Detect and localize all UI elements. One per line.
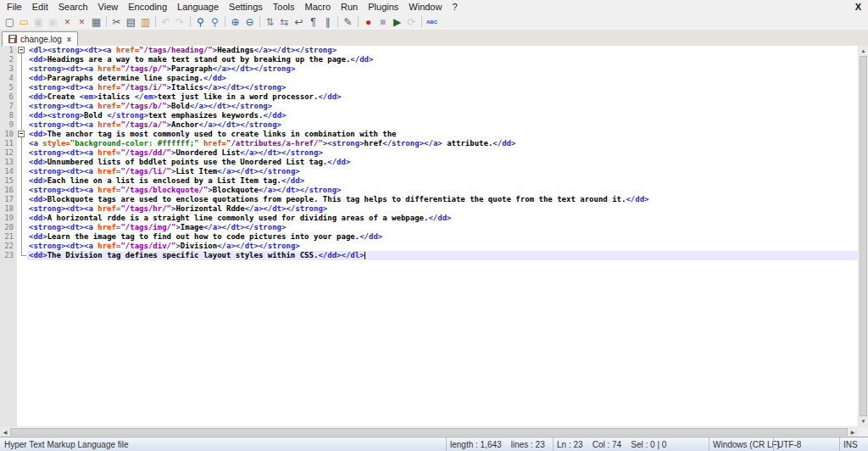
menu-settings[interactable]: Settings	[224, 2, 268, 12]
menu-tools[interactable]: Tools	[268, 2, 300, 12]
tab-close-icon[interactable]: x	[67, 35, 71, 43]
menu-plugins[interactable]: Plugins	[363, 2, 403, 12]
code-line-20[interactable]: <strong><dt><a href="/tags/img/">Image</…	[27, 223, 858, 232]
playback-macro-button[interactable]: ▶	[390, 14, 404, 29]
menu-file[interactable]: File	[2, 2, 27, 12]
show-all-characters-button[interactable]: ¶	[306, 14, 320, 29]
code-line-22[interactable]: <strong><dt><a href="/tags/div/">Divisio…	[27, 242, 858, 251]
code-line-2[interactable]: <dd>Headings are a way to make text stan…	[27, 55, 858, 64]
scroll-up-arrow-icon[interactable]: ▲	[859, 46, 868, 56]
find-button[interactable]: ⚲	[193, 14, 208, 29]
indent-guide-button[interactable]: ∥	[320, 14, 335, 29]
code-line-11[interactable]: <a style="background-color: #ffffff;" hr…	[27, 139, 858, 148]
code-line-21[interactable]: <dd>Learn the image tag to find out how …	[27, 232, 858, 242]
horizontal-scroll-thumb[interactable]	[10, 428, 848, 436]
line-number: 21	[0, 232, 17, 242]
scroll-right-arrow-icon[interactable]: ▶	[848, 427, 858, 437]
menu-view[interactable]: View	[93, 2, 124, 12]
code-line-14[interactable]: <strong><dt><a href="/tags/li/">List Ite…	[27, 167, 858, 176]
code-line-17[interactable]: <dd>Blockquote tags are used to enclose …	[27, 195, 858, 204]
replace-button[interactable]: ⚲	[208, 14, 222, 29]
zoom-out-button[interactable]: ⊖	[242, 14, 257, 29]
code-token: <dd>	[29, 92, 47, 101]
code-line-23[interactable]: <dd>The Division tag defines specific la…	[27, 251, 858, 260]
code-line-7[interactable]: <strong><dt><a href="/tags/b/">Bold</a><…	[27, 102, 858, 111]
fold-marker	[17, 176, 27, 186]
code-token: Division	[181, 242, 217, 250]
code-line-12[interactable]: <strong><dt><a href="/tags/dd/">Unordere…	[27, 148, 858, 158]
horizontal-scrollbar[interactable]: ◀ ▶	[0, 426, 868, 437]
word-wrap-button[interactable]: ↩	[292, 14, 306, 29]
zoom-in-button[interactable]: ⊕	[228, 14, 242, 29]
run-macro-multiple-icon: ⟳	[407, 17, 415, 27]
code-token: </a></dt></strong>	[240, 148, 323, 157]
status-encoding[interactable]: UTF-8	[773, 437, 839, 451]
undo-button: ↶	[159, 14, 173, 29]
toolbar-separator	[337, 16, 338, 27]
menu-edit[interactable]: Edit	[27, 2, 53, 12]
line-number: 4	[0, 74, 17, 83]
spell-check-button[interactable]: ABC	[425, 14, 439, 29]
open-folder-button[interactable]: ▭	[17, 14, 31, 29]
scroll-down-arrow-icon[interactable]: ▼	[859, 416, 868, 426]
line-number: 8	[0, 111, 17, 120]
fold-marker	[17, 120, 27, 130]
code-line-6[interactable]: <dd>Create <em>italics </em>text just li…	[27, 92, 858, 102]
menu-encoding[interactable]: Encoding	[123, 2, 172, 12]
code-token: <dd>	[29, 214, 47, 222]
print-button[interactable]: ▦	[89, 14, 103, 29]
code-line-16[interactable]: <strong><dt><a href="/tags/blockquote/">…	[27, 186, 858, 195]
user-defined-dialog-button[interactable]: ✎	[341, 14, 355, 29]
menu-window[interactable]: Window	[403, 2, 447, 12]
code-line-3[interactable]: <strong><dt><a href="/tags/p/">Paragraph…	[27, 64, 858, 74]
code-token: <strong><dt><a	[29, 120, 97, 129]
code-token: </a></dt></strong>	[254, 46, 337, 54]
fold-marker	[17, 186, 27, 195]
sync-vertical-scroll-button[interactable]: ⇅	[263, 14, 277, 29]
fold-marker	[17, 64, 27, 74]
status-insert-mode[interactable]: INS	[839, 437, 868, 451]
close-button[interactable]: ×	[60, 14, 75, 29]
fold-collapse-icon[interactable]	[17, 46, 27, 55]
code-line-1[interactable]: <dl><strong><dt><a href="/tags/heading/"…	[27, 46, 858, 55]
menu-macro[interactable]: Macro	[299, 2, 336, 12]
code-token: <dd>	[29, 74, 47, 82]
copy-button[interactable]: ▤	[124, 14, 138, 29]
scroll-left-arrow-icon[interactable]: ◀	[0, 427, 10, 437]
paste-button[interactable]: ▥	[138, 14, 153, 29]
code-line-18[interactable]: <strong><dt><a href="/tags/hr/">Horizont…	[27, 204, 858, 214]
menu-run[interactable]: Run	[336, 2, 363, 12]
code-line-8[interactable]: <dd><strong>Bold </strong>text emphasize…	[27, 111, 858, 120]
fold-marker	[17, 167, 27, 176]
fold-collapse-icon[interactable]	[17, 130, 27, 139]
status-eol-format[interactable]: Windows (CR LF)	[709, 437, 773, 451]
text-area[interactable]: <dl><strong><dt><a href="/tags/heading/"…	[27, 46, 858, 426]
code-line-5[interactable]: <strong><dt><a href="/tags/i/">Italics</…	[27, 83, 858, 92]
record-macro-button[interactable]: ●	[361, 14, 376, 29]
menu-language[interactable]: Language	[172, 2, 224, 12]
code-token: Italics	[171, 83, 203, 92]
code-line-15[interactable]: <dd>Each line on a list is enclosed by a…	[27, 176, 858, 186]
code-token: Each line on a list is enclosed by a Lis…	[47, 176, 281, 185]
code-token: </dd>	[263, 111, 286, 120]
vertical-scrollbar[interactable]: ▲ ▼	[858, 46, 868, 426]
vertical-scroll-thumb[interactable]	[860, 56, 867, 416]
window-close-button[interactable]: X	[849, 2, 868, 12]
menu-help[interactable]: ?	[447, 2, 462, 12]
code-line-10[interactable]: <dd>The anchor tag is most commonly used…	[27, 130, 858, 139]
code-line-9[interactable]: <strong><dt><a href="/tags/a/">Anchor</a…	[27, 120, 858, 130]
code-line-13[interactable]: <dd>Unnumbered lists of bddlet points us…	[27, 158, 858, 167]
cut-button[interactable]: ✂	[109, 14, 124, 29]
sync-horizontal-scroll-button[interactable]: ⇆	[277, 14, 292, 29]
close-all-button[interactable]: ×	[75, 14, 89, 29]
tab-change-log[interactable]: change.log x	[2, 31, 78, 46]
code-line-4[interactable]: <dd>Paragraphs determine line spacing.</…	[27, 74, 858, 83]
code-line-19[interactable]: <dd>A horizontal rdde is a straight line…	[27, 214, 858, 223]
line-number: 6	[0, 92, 17, 102]
code-token: </a></dt></strong>	[217, 167, 300, 175]
cut-icon: ✂	[112, 17, 120, 27]
new-file-button[interactable]: ▢	[3, 14, 17, 29]
line-number: 11	[0, 139, 17, 148]
menu-search[interactable]: Search	[53, 2, 93, 12]
toolbar-separator	[155, 16, 156, 27]
